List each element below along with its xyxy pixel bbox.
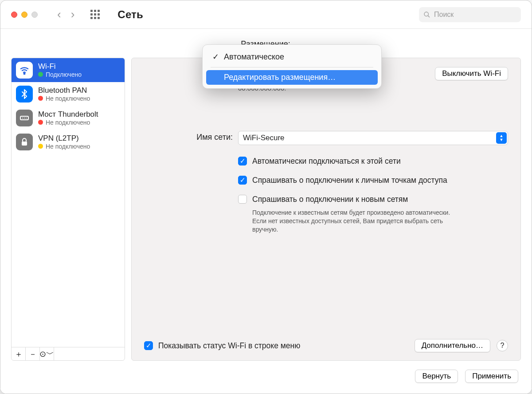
updown-icon: ▲▼ bbox=[496, 132, 507, 144]
location-popup-menu: ✓ Автоматическое Редактировать размещени… bbox=[202, 44, 382, 89]
service-status: Не подключено bbox=[38, 95, 90, 102]
columns: Wi-Fi Подключено Bluetooth PAN Не подклю… bbox=[11, 58, 521, 361]
checkbox-icon bbox=[238, 195, 247, 204]
status-dot-icon bbox=[38, 144, 43, 149]
service-item-wifi[interactable]: Wi-Fi Подключено bbox=[12, 58, 125, 82]
forward-button: › bbox=[71, 8, 75, 21]
bridge-icon bbox=[16, 110, 33, 126]
search-placeholder: Поиск bbox=[434, 11, 454, 19]
service-name: Мост Thunderbolt bbox=[38, 110, 98, 119]
titlebar: ‹ › Сеть Поиск bbox=[0, 0, 532, 29]
preferences-window: ‹ › Сеть Поиск ✓ Автоматическое Редактир… bbox=[0, 0, 532, 394]
all-preferences-button[interactable] bbox=[90, 10, 100, 19]
auto-join-checkbox[interactable]: ✓ Автоматически подключаться к этой сети bbox=[238, 157, 508, 166]
service-name: Wi-Fi bbox=[38, 62, 82, 71]
search-icon bbox=[423, 11, 430, 18]
checkbox-label: Спрашивать о подключении к новым сетям bbox=[252, 195, 408, 204]
close-window-button[interactable] bbox=[11, 12, 17, 18]
svg-line-1 bbox=[428, 16, 430, 17]
add-service-button[interactable]: ＋ bbox=[12, 347, 26, 360]
service-item-thunderbolt[interactable]: Мост Thunderbolt Не подключено bbox=[12, 106, 125, 130]
location-option-auto[interactable]: ✓ Автоматическое bbox=[206, 49, 378, 64]
checkbox-label: Автоматически подключаться к этой сети bbox=[252, 157, 401, 166]
svg-point-0 bbox=[424, 12, 428, 16]
footer: Вернуть Применить bbox=[11, 370, 521, 383]
sidebar-toolbar: ＋ － ⊙﹀ bbox=[12, 347, 125, 360]
search-field[interactable]: Поиск bbox=[419, 7, 521, 22]
svg-point-4 bbox=[22, 118, 23, 118]
location-option-edit[interactable]: Редактировать размещения… bbox=[206, 70, 378, 85]
service-name: Bluetooth PAN bbox=[38, 86, 90, 95]
location-option-label: Редактировать размещения… bbox=[224, 73, 336, 82]
minimize-window-button[interactable] bbox=[21, 12, 27, 18]
window-title: Сеть bbox=[117, 8, 143, 21]
service-actions-button[interactable]: ⊙﹀ bbox=[40, 347, 54, 360]
service-status: Не подключено bbox=[38, 119, 98, 126]
apply-button[interactable]: Применить bbox=[465, 370, 518, 383]
ask-new-help-text: Подключение к известным сетям будет прои… bbox=[252, 209, 465, 234]
network-name-label: Имя сети: bbox=[144, 131, 233, 234]
back-button[interactable]: ‹ bbox=[57, 8, 61, 21]
lock-icon bbox=[16, 134, 33, 150]
svg-point-2 bbox=[24, 73, 25, 75]
status-dot-icon bbox=[38, 120, 43, 125]
checkbox-icon: ✓ bbox=[238, 157, 247, 165]
status-dot-icon bbox=[38, 72, 43, 77]
svg-rect-7 bbox=[22, 142, 27, 146]
service-sidebar: Wi-Fi Подключено Bluetooth PAN Не подклю… bbox=[11, 58, 125, 361]
show-status-menubar-checkbox[interactable]: ✓ Показывать статус Wi-Fi в строке меню bbox=[144, 341, 300, 351]
svg-point-6 bbox=[26, 118, 27, 118]
detail-panel: Статус: Подключено Wi-Fi подключен к «Wi… bbox=[131, 58, 521, 361]
network-name-value: WiFi-Secure bbox=[243, 134, 285, 142]
window-controls bbox=[11, 12, 38, 18]
service-status: Подключено bbox=[38, 71, 82, 78]
remove-service-button[interactable]: － bbox=[26, 347, 40, 360]
help-button[interactable]: ? bbox=[497, 340, 508, 351]
revert-button[interactable]: Вернуть bbox=[415, 370, 458, 383]
check-icon: ✓ bbox=[212, 52, 219, 62]
bluetooth-icon bbox=[16, 86, 33, 102]
status-dot-icon bbox=[38, 96, 43, 101]
service-item-bluetooth[interactable]: Bluetooth PAN Не подключено bbox=[12, 82, 125, 106]
wifi-icon bbox=[16, 62, 33, 79]
svg-point-5 bbox=[24, 118, 25, 118]
location-option-label: Автоматическое bbox=[224, 52, 284, 62]
menu-divider bbox=[211, 67, 373, 67]
checkbox-label: Показывать статус Wi-Fi в строке меню bbox=[158, 341, 300, 351]
checkbox-icon: ✓ bbox=[144, 341, 153, 350]
ask-new-networks-checkbox[interactable]: Спрашивать о подключении к новым сетям bbox=[238, 195, 508, 204]
checkbox-icon: ✓ bbox=[238, 176, 247, 185]
advanced-button[interactable]: Дополнительно… bbox=[415, 339, 490, 352]
service-status: Не подключено bbox=[38, 143, 90, 150]
nav-buttons: ‹ › bbox=[57, 8, 74, 21]
turn-off-wifi-button[interactable]: Выключить Wi-Fi bbox=[435, 67, 508, 80]
checkbox-label: Спрашивать о подключении к личным точкам… bbox=[252, 176, 447, 185]
zoom-window-button bbox=[31, 12, 38, 18]
network-name-select[interactable]: WiFi-Secure ▲▼ bbox=[238, 131, 508, 145]
service-list: Wi-Fi Подключено Bluetooth PAN Не подклю… bbox=[12, 58, 125, 347]
service-name: VPN (L2TP) bbox=[38, 134, 90, 143]
ask-personal-hotspot-checkbox[interactable]: ✓ Спрашивать о подключении к личным точк… bbox=[238, 176, 508, 185]
service-item-vpn[interactable]: VPN (L2TP) Не подключено bbox=[12, 130, 125, 154]
